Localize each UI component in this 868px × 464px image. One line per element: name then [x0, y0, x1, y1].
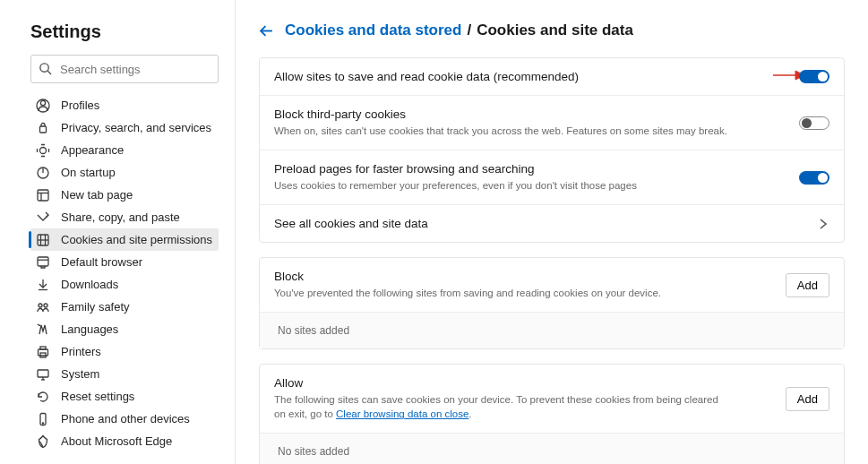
block-add-button[interactable]: Add — [786, 273, 829, 297]
svg-line-1 — [47, 71, 51, 74]
svg-point-19 — [39, 304, 42, 307]
nav-icon — [36, 278, 50, 292]
nav-icon — [36, 300, 50, 314]
search-icon — [39, 62, 52, 75]
clear-browsing-data-link[interactable]: Clear browsing data on close — [336, 408, 468, 419]
row-title: Preload pages for faster browsing and se… — [274, 162, 745, 176]
nav-list: ProfilesPrivacy, search, and servicesApp… — [30, 94, 219, 452]
search-input[interactable] — [30, 55, 219, 83]
block-section: Block You've prevented the following sit… — [259, 257, 845, 349]
breadcrumb-separator: / — [467, 21, 471, 39]
breadcrumb-parent-link[interactable]: Cookies and data stored — [285, 21, 461, 39]
settings-sidebar: Settings ProfilesPrivacy, search, and se… — [0, 0, 236, 464]
nav-icon — [36, 390, 50, 404]
sidebar-item-label: Appearance — [61, 143, 124, 157]
nav-icon — [36, 99, 50, 113]
section-title: Block — [274, 270, 732, 283]
settings-title: Settings — [30, 21, 219, 42]
allow-section: Allow The following sites can save cooki… — [259, 364, 845, 464]
nav-icon — [36, 367, 50, 382]
sidebar-item-label: Downloads — [61, 278, 118, 291]
sidebar-item-default-browser[interactable]: Default browser — [30, 251, 219, 273]
sidebar-item-label: New tab page — [61, 188, 133, 202]
nav-icon — [36, 211, 50, 225]
row-title: Block third-party cookies — [274, 107, 745, 121]
preload-toggle[interactable] — [799, 171, 829, 185]
svg-rect-22 — [40, 347, 46, 349]
svg-point-2 — [40, 100, 45, 105]
sidebar-item-label: Reset settings — [61, 390, 134, 403]
nav-icon — [36, 233, 50, 247]
sidebar-item-label: Privacy, search, and services — [61, 121, 211, 134]
svg-rect-4 — [40, 126, 47, 133]
sidebar-item-label: On startup — [61, 166, 116, 179]
block-third-toggle[interactable] — [799, 116, 829, 130]
nav-icon — [36, 121, 50, 135]
sidebar-item-privacy-search-and-services[interactable]: Privacy, search, and services — [30, 116, 219, 139]
allow-empty-row: No sites added — [260, 434, 844, 464]
see-all-row[interactable]: See all cookies and site data — [260, 205, 844, 242]
row-title: See all cookies and site data — [274, 217, 763, 230]
toggles-panel: Allow sites to save and read cookie data… — [259, 57, 845, 243]
section-title: Allow — [274, 376, 732, 390]
svg-point-20 — [44, 304, 47, 307]
nav-icon — [36, 255, 50, 270]
sidebar-item-cookies-and-site-permissions[interactable]: Cookies and site permissions — [30, 228, 219, 251]
nav-icon — [36, 412, 50, 426]
sidebar-item-label: About Microsoft Edge — [61, 434, 172, 448]
chevron-right-icon — [817, 218, 829, 230]
nav-icon — [36, 166, 50, 180]
allow-cookies-row: Allow sites to save and read cookie data… — [260, 58, 844, 96]
block-third-row: Block third-party cookies When on, sites… — [260, 96, 844, 150]
sidebar-item-profiles[interactable]: Profiles — [30, 94, 219, 116]
nav-icon — [36, 188, 50, 202]
sidebar-item-languages[interactable]: Languages — [30, 318, 219, 340]
sidebar-item-label: Family safety — [61, 300, 130, 314]
sidebar-item-family-safety[interactable]: Family safety — [30, 296, 219, 318]
sidebar-item-appearance[interactable]: Appearance — [30, 139, 219, 161]
sidebar-item-label: Cookies and site permissions — [61, 233, 212, 246]
breadcrumb-current: Cookies and site data — [477, 21, 633, 39]
nav-icon — [36, 345, 50, 359]
section-desc: The following sites can save cookies on … — [274, 392, 732, 421]
row-desc: Uses cookies to remember your preference… — [274, 178, 745, 193]
sidebar-item-new-tab-page[interactable]: New tab page — [30, 184, 219, 206]
preload-row: Preload pages for faster browsing and se… — [260, 150, 844, 205]
sidebar-item-label: System — [61, 367, 99, 381]
allow-header-row: Allow The following sites can save cooki… — [260, 365, 844, 434]
svg-rect-24 — [38, 370, 48, 377]
sidebar-item-system[interactable]: System — [30, 363, 219, 385]
sidebar-item-label: Profiles — [61, 99, 99, 112]
back-arrow-icon[interactable] — [259, 23, 274, 39]
svg-rect-15 — [38, 257, 48, 266]
allow-cookies-toggle[interactable] — [799, 70, 829, 83]
allow-add-button[interactable]: Add — [786, 387, 829, 411]
nav-icon — [36, 322, 50, 337]
row-desc: When on, sites can't use cookies that tr… — [274, 124, 745, 138]
sidebar-item-reset-settings[interactable]: Reset settings — [30, 385, 219, 408]
search-container — [30, 55, 219, 83]
sidebar-item-phone-and-other-devices[interactable]: Phone and other devices — [30, 408, 219, 430]
sidebar-item-share-copy-and-paste[interactable]: Share, copy, and paste — [30, 206, 219, 228]
sidebar-item-on-startup[interactable]: On startup — [30, 161, 219, 184]
nav-icon — [36, 143, 50, 158]
sidebar-item-about-microsoft-edge[interactable]: About Microsoft Edge — [30, 430, 219, 452]
sidebar-item-downloads[interactable]: Downloads — [30, 273, 219, 296]
sidebar-item-label: Phone and other devices — [61, 412, 190, 425]
svg-point-0 — [40, 64, 48, 72]
breadcrumb: Cookies and data stored / Cookies and si… — [259, 21, 845, 39]
section-desc: You've prevented the following sites fro… — [274, 286, 732, 300]
sidebar-item-label: Default browser — [61, 255, 142, 269]
svg-point-5 — [40, 147, 47, 153]
sidebar-item-label: Share, copy, and paste — [61, 211, 180, 224]
sidebar-item-label: Printers — [61, 345, 101, 358]
block-empty-row: No sites added — [260, 313, 844, 348]
svg-point-28 — [42, 422, 43, 423]
main-content: Cookies and data stored / Cookies and si… — [236, 0, 868, 464]
block-header-row: Block You've prevented the following sit… — [260, 258, 844, 313]
nav-icon — [36, 434, 50, 449]
row-title: Allow sites to save and read cookie data… — [274, 70, 745, 83]
empty-text: No sites added — [274, 324, 349, 337]
sidebar-item-printers[interactable]: Printers — [30, 340, 219, 363]
svg-rect-8 — [38, 190, 48, 201]
